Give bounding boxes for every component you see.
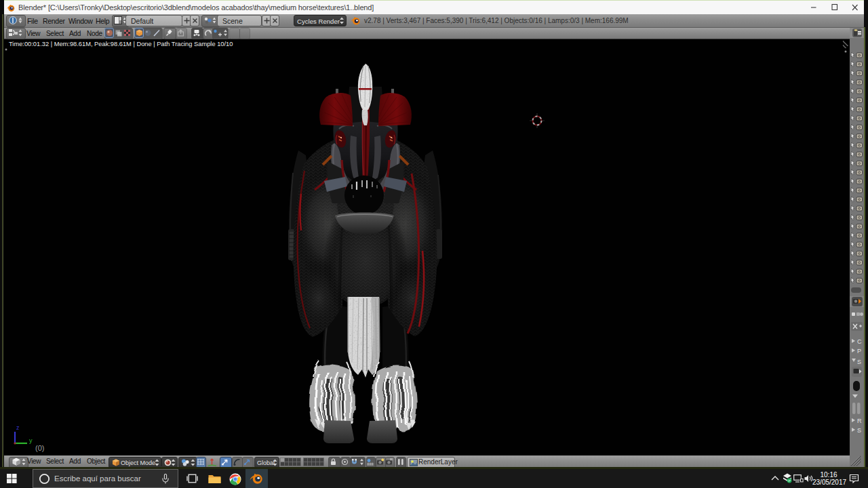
svg-text:y: y [29, 437, 33, 444]
svg-text:P: P [857, 348, 861, 354]
svg-text:C: C [857, 338, 862, 345]
svg-text:z: z [16, 424, 20, 431]
svg-text:S: S [857, 427, 861, 434]
svg-text:R: R [857, 418, 862, 424]
svg-text:S: S [857, 359, 861, 365]
